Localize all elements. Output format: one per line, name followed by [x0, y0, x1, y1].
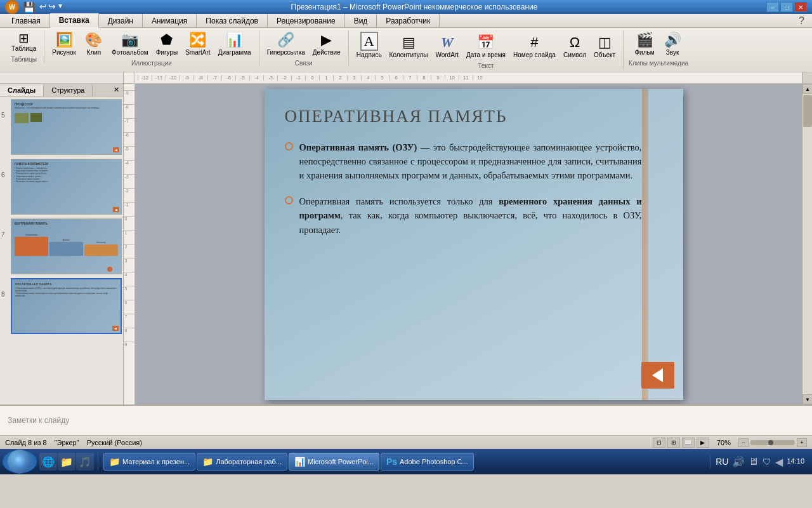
bullet-dot-2	[285, 196, 293, 204]
insert-sound-btn[interactable]: 🔊 Звук	[660, 30, 685, 57]
insert-textbox-btn[interactable]: A Надпись	[354, 30, 384, 60]
tab-slideshow[interactable]: Показ слайдов	[197, 14, 268, 28]
insert-slidenum-btn[interactable]: # Номер слайда	[511, 33, 558, 60]
tray-arrow-icon[interactable]: ◀	[775, 456, 783, 468]
main-slide[interactable]: Оперативная память Оперативная память (О…	[265, 89, 683, 400]
scroll-thumb[interactable]	[803, 95, 812, 127]
insert-symbol-btn[interactable]: Ω Символ	[561, 33, 589, 60]
title-bar: W 💾 ↩ ↪ ▾ Презентация1 – Microsoft Power…	[0, 0, 812, 14]
tab-developer[interactable]: Разработчик	[377, 14, 440, 28]
scroll-track	[802, 94, 812, 394]
zoom-in-btn[interactable]: +	[797, 438, 807, 447]
zoom-slider[interactable]	[750, 440, 795, 445]
tab-slides[interactable]: Слайды	[0, 84, 44, 96]
bullet-1: Оперативная память (ОЗУ) — это быстродей…	[285, 140, 642, 183]
quick-access-toolbar: 💾 ↩ ↪ ▾	[23, 1, 62, 13]
insert-movie-btn[interactable]: 🎬 Фильм	[632, 30, 657, 57]
app-logo: W	[5, 0, 19, 14]
tray-network-icon[interactable]: 🖥	[749, 456, 759, 467]
slideshow-view-btn[interactable]: ▶	[697, 438, 709, 448]
insert-album-btn[interactable]: 📷 Фотоальбом	[109, 30, 151, 57]
system-tray: RU 🔊 🖥 🛡 ◀ 14:10	[710, 456, 809, 468]
zoom-control: – +	[738, 438, 807, 447]
lab-label: Лабораторная раб...	[216, 458, 282, 465]
slide-thumb-5[interactable]: 5 Процессор Процессор — это главный рабо…	[1, 99, 122, 155]
tab-structure[interactable]: Структура	[44, 84, 93, 96]
insert-table-btn[interactable]: ⊞ Таблица	[9, 30, 39, 53]
tab-insert[interactable]: Вставка	[50, 13, 99, 29]
work-area: Слайды Структура ✕ 5 Процессор Процессор…	[0, 84, 812, 404]
slide-img-6: Память компьютера • Память компьютера — …	[11, 159, 122, 215]
taskbar-btn-photoshop[interactable]: Ps Adobe Photoshop C...	[381, 453, 474, 471]
tab-review[interactable]: Рецензирование	[268, 14, 345, 28]
bullet-dot-1	[285, 142, 293, 150]
table-icon: ⊞	[18, 32, 29, 44]
redo-btn[interactable]: ↪	[48, 1, 56, 13]
close-btn[interactable]: ✕	[794, 2, 807, 12]
ribbon-group-text: A Надпись ▤ Колонтитулы W WordArt 📅 Дата…	[349, 30, 624, 69]
tab-animation[interactable]: Анимация	[143, 14, 197, 28]
tab-design[interactable]: Дизайн	[99, 14, 143, 28]
slide-info: Слайд 8 из 8	[5, 439, 47, 446]
photoshop-label: Adobe Photoshop C...	[400, 458, 468, 465]
insert-smartart-btn[interactable]: 🔀 SmartArt	[183, 30, 213, 57]
slide-thumb-8[interactable]: 8 Оперативная память • Оперативная памят…	[1, 278, 122, 334]
media-launch-btn[interactable]: 🎵	[76, 453, 94, 471]
normal-view-btn[interactable]: ⊡	[653, 438, 665, 448]
help-btn[interactable]: ?	[794, 15, 809, 27]
maximize-btn[interactable]: □	[780, 2, 793, 12]
sorter-view-btn[interactable]: ⊞	[667, 438, 680, 448]
explorer-launch-btn[interactable]: 📁	[58, 453, 75, 471]
save-quick-btn[interactable]: 💾	[23, 1, 36, 13]
slides-panel-tabs: Слайды Структура ✕	[0, 84, 123, 97]
insert-datetime-btn[interactable]: 📅 Дата и время	[464, 33, 508, 60]
notes-area[interactable]: Заметки к слайду	[0, 404, 812, 435]
insert-hyperlink-btn[interactable]: 🔗 Гиперссылка	[265, 30, 308, 57]
start-button[interactable]	[3, 450, 37, 473]
theme-name: "Эркер"	[55, 439, 79, 446]
tray-clock: 14:10	[787, 457, 804, 466]
links-group-label: Связи	[295, 60, 313, 67]
menu-bar: Главная Вставка Дизайн Анимация Показ сл…	[0, 14, 812, 28]
insert-header-btn[interactable]: ▤ Колонтитулы	[387, 33, 431, 60]
vscrollbar: ▲ ▼	[802, 84, 812, 404]
tray-security-icon[interactable]: 🛡	[763, 457, 771, 467]
taskbar: 🌐 📁 🎵 📁 Материал к презен... 📁 Лаборатор…	[0, 449, 812, 474]
ie-launch-btn[interactable]: 🌐	[39, 453, 57, 471]
insert-chart-btn[interactable]: 📊 Диаграмма	[216, 30, 254, 57]
window-title: Презентация1 – Microsoft PowerPoint неко…	[62, 3, 766, 11]
insert-shapes-btn[interactable]: ⬟ Фигуры	[154, 30, 180, 57]
reading-view-btn[interactable]: 📖	[682, 438, 695, 448]
slides-panel: Слайды Структура ✕ 5 Процессор Процессор…	[0, 84, 124, 404]
photoshop-icon: Ps	[386, 457, 397, 467]
scroll-up-btn[interactable]: ▲	[802, 84, 812, 94]
undo-btn[interactable]: ↩	[39, 1, 47, 13]
zoom-out-btn[interactable]: –	[738, 438, 749, 447]
insert-action-btn[interactable]: ▶ Действие	[310, 30, 343, 57]
taskbar-btn-material[interactable]: 📁 Материал к презен...	[103, 453, 195, 471]
bullet-2: Оперативная память используется только д…	[285, 194, 642, 237]
taskbar-btn-lab[interactable]: 📁 Лабораторная раб...	[197, 453, 287, 471]
notes-placeholder: Заметки к слайду	[8, 416, 69, 425]
slide-thumb-6[interactable]: 6 Память компьютера • Память компьютера …	[1, 159, 122, 215]
taskbar-btn-powerpoint[interactable]: 📊 Microsoft PowerPoi...	[289, 453, 379, 471]
panel-close-btn[interactable]: ✕	[110, 84, 123, 96]
start-orb-inner	[13, 455, 27, 469]
slide-thumb-7[interactable]: 7 Внутренняя память Оперативная Данные	[1, 218, 122, 274]
tray-volume-icon[interactable]: 🔊	[732, 456, 745, 468]
slide-nav-btn[interactable]	[641, 362, 674, 389]
view-controls: ⊡ ⊞ 📖 ▶	[653, 438, 709, 448]
minimize-btn[interactable]: –	[766, 2, 779, 12]
slides-list: 5 Процессор Процессор — это главный рабо…	[0, 97, 123, 404]
tab-view[interactable]: Вид	[345, 14, 377, 28]
insert-picture-btn[interactable]: 🖼️ Рисунок	[49, 30, 79, 57]
ribbon-group-illustrations: 🖼️ Рисунок 🎨 Клип 📷 Фотоальбом ⬟ Фигуры …	[44, 30, 259, 67]
insert-clip-btn[interactable]: 🎨 Клип	[81, 30, 107, 57]
zoom-level: 70%	[717, 439, 731, 446]
slide-img-8: Оперативная память • Оперативная память …	[11, 278, 122, 334]
tab-home[interactable]: Главная	[3, 14, 50, 28]
insert-wordart-btn[interactable]: W WordArt	[433, 33, 461, 60]
lab-icon: 📁	[202, 457, 213, 467]
scroll-down-btn[interactable]: ▼	[802, 394, 812, 404]
insert-object-btn[interactable]: ◫ Объект	[591, 33, 618, 60]
